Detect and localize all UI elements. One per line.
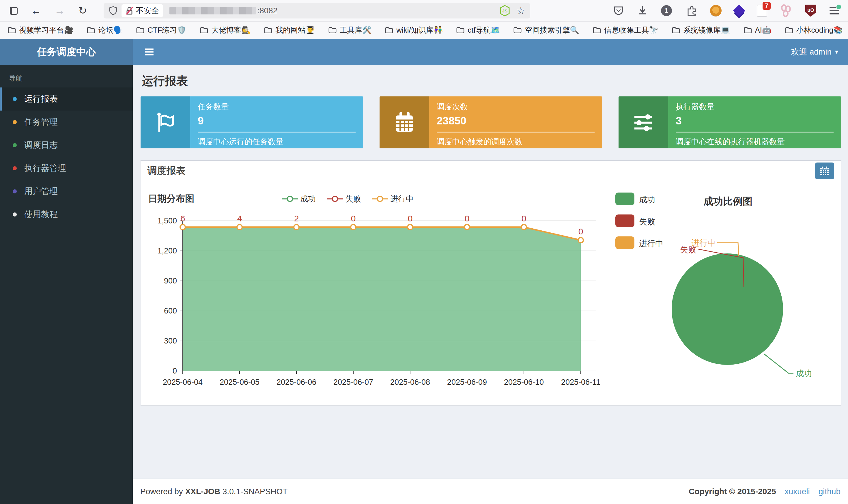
svg-text:2025-06-10: 2025-06-10: [504, 378, 544, 386]
bookmark-item[interactable]: CTF练习🛡️: [136, 25, 186, 35]
url-bar[interactable]: 不安全 :8082 JS ☆: [104, 3, 530, 18]
stat-cards-row: 任务数量 9 调度中心运行的任务数量: [141, 96, 841, 148]
bookmark-label: 工具库🛠️: [340, 25, 372, 35]
legend-item-失败[interactable]: 失败: [327, 194, 361, 204]
legend-label: 进行中: [391, 194, 414, 204]
bookmark-label: 小林coding📚: [796, 25, 843, 35]
bookmark-item[interactable]: wiki/知识库👫: [385, 25, 443, 35]
bookmark-label: 空间搜索引擎🔍: [525, 25, 579, 35]
reload-icon[interactable]: ↻: [78, 5, 87, 16]
circle-icon: [13, 143, 17, 147]
tiger-extension-icon[interactable]: [710, 5, 722, 16]
date-distribution-chart[interactable]: 03006009001,2001,5002025-06-042025-06-05…: [145, 210, 607, 397]
user-menu[interactable]: 欢迎 admin ▾: [791, 47, 838, 57]
pocket-icon[interactable]: [613, 5, 624, 16]
svg-text:0: 0: [522, 214, 526, 223]
chevron-down-icon: ▾: [835, 48, 838, 56]
app-menu-icon[interactable]: [830, 7, 840, 14]
success-ratio-chart[interactable]: 成功失败进行中成功比例图成功失败进行中: [608, 185, 839, 388]
date-range-button[interactable]: [815, 163, 834, 179]
sidebar-item-运行报表[interactable]: 运行报表: [0, 88, 133, 111]
sidebar-item-用户管理[interactable]: 用户管理: [0, 180, 133, 203]
folder-icon: [456, 26, 465, 34]
sidebar-item-任务管理[interactable]: 任务管理: [0, 111, 133, 134]
security-chip[interactable]: 不安全: [122, 4, 163, 17]
bookmark-item[interactable]: 空间搜索引擎🔍: [513, 25, 579, 35]
profile-badge-icon[interactable]: 1: [661, 5, 672, 16]
flag-icon: [141, 96, 190, 148]
svg-text:900: 900: [164, 276, 177, 285]
legend-label: 成功: [301, 194, 316, 204]
sidebar-item-调度日志[interactable]: 调度日志: [0, 134, 133, 157]
extensions-puzzle-icon[interactable]: [685, 5, 697, 16]
bookmark-item[interactable]: ctf导航🗺️: [456, 25, 500, 35]
sidebar: 导航 运行报表任务管理调度日志执行器管理用户管理使用教程: [0, 65, 133, 504]
bookmark-item[interactable]: 小林coding📚: [785, 25, 843, 35]
sidebar-item-使用教程[interactable]: 使用教程: [0, 203, 133, 226]
card-desc: 调度中心运行的任务数量: [198, 137, 356, 147]
ublock-origin-icon[interactable]: uO: [805, 5, 816, 17]
card-divider: [198, 132, 356, 132]
svg-text:300: 300: [164, 337, 177, 345]
app-header: 任务调度中心 欢迎 admin ▾: [0, 39, 848, 65]
bookmark-label: 论坛🗣️: [98, 25, 122, 35]
bookmark-item[interactable]: AI🤖: [743, 26, 772, 35]
sidebar-collapse-icon[interactable]: [142, 46, 157, 58]
javascript-extension-icon[interactable]: JS: [500, 5, 510, 16]
sidebar-section-label: 导航: [0, 65, 133, 88]
bookmark-label: 信息收集工具🔭: [604, 25, 658, 35]
bookmarks-list: 视频学习平台🎥论坛🗣️CTF练习🛡️大佬博客🕵️我的网站👨‍🎓工具库🛠️wiki…: [7, 25, 848, 35]
svg-text:2025-06-09: 2025-06-09: [447, 378, 487, 386]
github-link[interactable]: github: [818, 487, 841, 496]
notes-extension-icon[interactable]: 7: [757, 5, 767, 17]
bookmark-label: 视频学习平台🎥: [19, 25, 73, 35]
shield-permissions-icon[interactable]: [109, 5, 118, 16]
folder-icon: [672, 26, 680, 34]
security-label: 不安全: [136, 5, 159, 16]
sidebar-item-label: 运行报表: [24, 93, 58, 105]
bookmark-item[interactable]: 视频学习平台🎥: [7, 25, 73, 35]
xuxueli-link[interactable]: xuxueli: [785, 487, 810, 496]
forward-icon[interactable]: →: [55, 5, 65, 16]
legend-item-成功[interactable]: 成功: [282, 194, 316, 204]
content: 运行报表 任务数量 9: [133, 65, 848, 479]
bookmark-item[interactable]: 信息收集工具🔭: [593, 25, 658, 35]
legend-line-icon: [327, 195, 343, 203]
sidebar-item-执行器管理[interactable]: 执行器管理: [0, 157, 133, 180]
bookmark-label: CTF练习🛡️: [147, 25, 186, 35]
main-area: 运行报表 任务数量 9: [133, 65, 848, 504]
card-title: 执行器数量: [676, 102, 834, 112]
bookmark-item[interactable]: 系统镜像库💻: [672, 25, 730, 35]
svg-text:2025-06-04: 2025-06-04: [163, 378, 203, 386]
downloads-icon[interactable]: [637, 5, 648, 16]
brand-logo[interactable]: 任务调度中心: [0, 39, 133, 65]
folder-icon: [87, 26, 95, 34]
bookmark-item[interactable]: 工具库🛠️: [328, 25, 372, 35]
diamond-extension-icon[interactable]: [733, 5, 745, 17]
sidebar-toggle-icon[interactable]: [10, 7, 18, 15]
panel-header: 调度报表: [141, 161, 841, 181]
svg-text:进行中: 进行中: [691, 238, 716, 247]
back-icon[interactable]: ←: [31, 5, 41, 16]
bookmark-item[interactable]: 论坛🗣️: [87, 25, 122, 35]
svg-text:0: 0: [578, 227, 583, 236]
copyright-text: Copyright © 2015-2025: [689, 487, 776, 496]
bookmark-item[interactable]: 大佬博客🕵️: [200, 25, 251, 35]
bookmark-star-icon[interactable]: ☆: [516, 5, 525, 16]
svg-text:4: 4: [237, 214, 242, 223]
svg-text:2025-06-08: 2025-06-08: [390, 378, 430, 386]
folder-icon: [743, 26, 752, 34]
svg-text:0: 0: [465, 214, 470, 223]
bookmark-label: 大佬博客🕵️: [211, 25, 251, 35]
svg-text:2025-06-06: 2025-06-06: [276, 378, 316, 386]
legend-line-icon: [372, 195, 388, 203]
bookmark-item[interactable]: 我的网站👨‍🎓: [264, 25, 314, 35]
rings-extension-icon[interactable]: [780, 4, 792, 17]
folder-icon: [513, 26, 522, 34]
folder-icon: [785, 26, 793, 34]
circle-icon: [13, 213, 17, 216]
legend-item-进行中[interactable]: 进行中: [372, 194, 414, 204]
svg-text:0: 0: [351, 214, 356, 223]
svg-text:成功: 成功: [796, 369, 812, 378]
welcome-text: 欢迎 admin: [791, 47, 832, 57]
